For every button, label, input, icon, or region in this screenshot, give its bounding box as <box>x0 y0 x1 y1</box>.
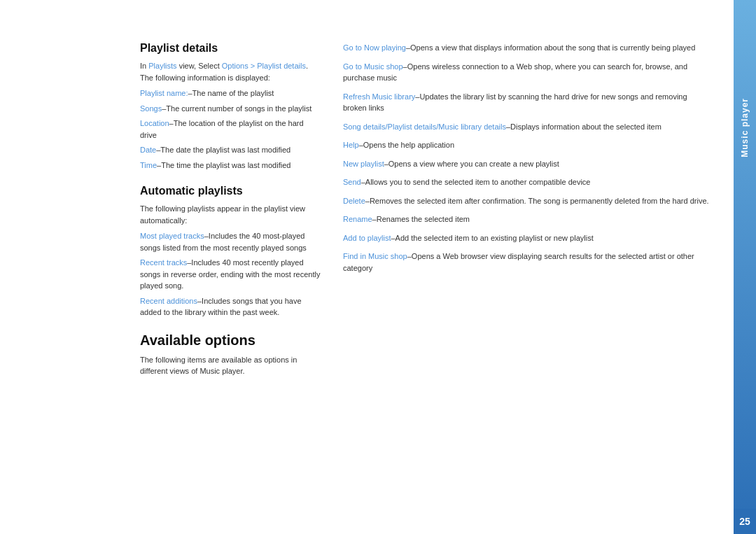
song-details-item: Song details/Playlist details/Music libr… <box>343 121 713 133</box>
main-content: Playlist details In Playlists view, Sele… <box>0 0 734 534</box>
playlist-name-link[interactable]: Playlist name: <box>140 89 188 97</box>
right-column: Go to Now playing–Opens a view that disp… <box>343 42 713 513</box>
rename-link[interactable]: Rename <box>343 215 372 223</box>
songs-text: –The current number of songs in the play… <box>162 104 312 113</box>
date-link[interactable]: Date <box>140 146 156 154</box>
add-to-playlist-item: Add to playlist–Add the selected item to… <box>343 232 713 244</box>
refresh-music-library-item: Refresh Music library–Updates the librar… <box>343 91 713 114</box>
go-to-now-playing-text: –Opens a view that displays information … <box>406 43 695 52</box>
rename-item: Rename–Renames the selected item <box>343 213 713 225</box>
go-to-music-shop-item: Go to Music shop–Opens wireless connecti… <box>343 61 713 84</box>
options-link[interactable]: Options > Playlist details <box>222 62 306 70</box>
rename-text: –Renames the selected item <box>372 215 470 223</box>
available-options-section: Available options The following items ar… <box>140 332 322 377</box>
refresh-music-library-link[interactable]: Refresh Music library <box>343 92 415 101</box>
send-text: –Allows you to send the selected item to… <box>361 178 591 186</box>
songs-item: Songs–The current number of songs in the… <box>140 103 322 115</box>
available-options-intro: The following items are available as opt… <box>140 354 322 377</box>
go-to-now-playing-link[interactable]: Go to Now playing <box>343 43 406 52</box>
add-to-playlist-text: –Add the selected item to an existing pl… <box>391 234 593 242</box>
help-item: Help–Opens the help application <box>343 139 713 151</box>
automatic-playlists-title: Automatic playlists <box>140 185 322 197</box>
playlists-link[interactable]: Playlists <box>148 62 176 70</box>
playlist-details-intro: In Playlists view, Select Options > Play… <box>140 60 322 83</box>
new-playlist-link[interactable]: New playlist <box>343 160 384 168</box>
playlist-details-title: Playlist details <box>140 42 322 55</box>
new-playlist-item: New playlist–Opens a view where you can … <box>343 158 713 170</box>
delete-link[interactable]: Delete <box>343 197 365 205</box>
side-tab: Music player 25 <box>734 0 756 534</box>
recent-additions-link[interactable]: Recent additions <box>140 297 197 305</box>
find-in-music-shop-item: Find in Music shop–Opens a Web browser v… <box>343 251 713 274</box>
help-link[interactable]: Help <box>343 141 359 149</box>
playlist-details-section: Playlist details In Playlists view, Sele… <box>140 42 322 171</box>
location-link[interactable]: Location <box>140 119 169 127</box>
most-played-link[interactable]: Most played tracks <box>140 232 204 240</box>
page-container: Playlist details In Playlists view, Sele… <box>0 0 756 534</box>
song-details-text: –Displays information about the selected… <box>506 122 662 131</box>
find-in-music-shop-link[interactable]: Find in Music shop <box>343 252 407 260</box>
recent-tracks-item: Recent tracks–Includes 40 most recently … <box>140 257 322 292</box>
page-number: 25 <box>739 516 750 527</box>
time-item: Time–The time the playlist was last modi… <box>140 160 322 171</box>
page-number-box: 25 <box>734 509 756 534</box>
recent-additions-item: Recent additions–Includes songs that you… <box>140 295 322 318</box>
send-link[interactable]: Send <box>343 178 361 186</box>
playlist-name-text: –The name of the playlist <box>188 89 274 97</box>
side-tab-label: Music player <box>740 98 750 157</box>
playlist-name-item: Playlist name:–The name of the playlist <box>140 87 322 99</box>
left-column: Playlist details In Playlists view, Sele… <box>140 42 322 513</box>
time-text: –The time the playlist was last modified <box>157 161 290 169</box>
location-item: Location–The location of the playlist on… <box>140 118 322 141</box>
add-to-playlist-link[interactable]: Add to playlist <box>343 234 391 242</box>
date-item: Date–The date the playlist was last modi… <box>140 144 322 156</box>
side-tab-text-container: Music player <box>740 98 750 157</box>
go-to-music-shop-link[interactable]: Go to Music shop <box>343 62 403 71</box>
time-link[interactable]: Time <box>140 161 157 169</box>
delete-item: Delete–Removes the selected item after c… <box>343 195 713 207</box>
song-details-link[interactable]: Song details/Playlist details/Music libr… <box>343 122 506 131</box>
songs-link[interactable]: Songs <box>140 104 162 113</box>
date-text: –The date the playlist was last modified <box>156 146 290 154</box>
automatic-playlists-section: Automatic playlists The following playli… <box>140 185 322 318</box>
new-playlist-text: –Opens a view where you can create a new… <box>384 160 559 168</box>
automatic-playlists-intro: The following playlists appear in the pl… <box>140 203 322 226</box>
recent-tracks-link[interactable]: Recent tracks <box>140 258 187 267</box>
send-item: Send–Allows you to send the selected ite… <box>343 176 713 188</box>
help-text: –Opens the help application <box>359 141 454 149</box>
most-played-item: Most played tracks–Includes the 40 most-… <box>140 230 322 253</box>
delete-text: –Removes the selected item after confirm… <box>365 197 709 205</box>
available-options-title: Available options <box>140 332 322 349</box>
go-to-now-playing-item: Go to Now playing–Opens a view that disp… <box>343 42 713 54</box>
